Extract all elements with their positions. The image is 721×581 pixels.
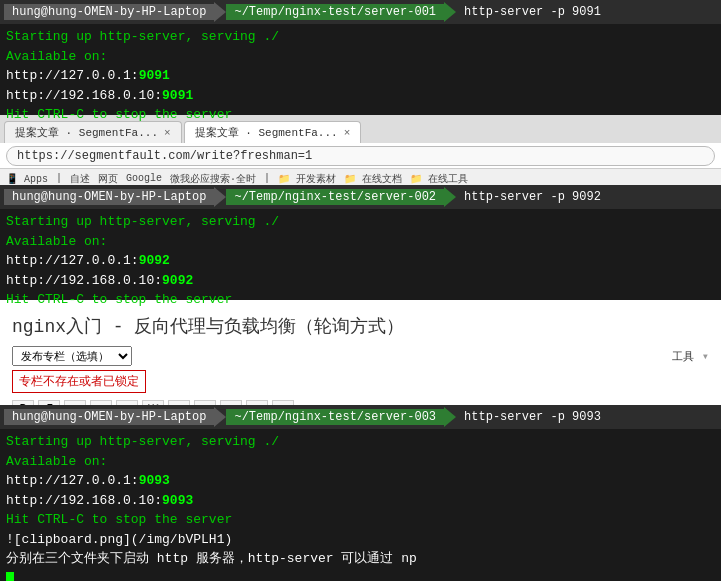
browser-2: nginx入门 - 反向代理与负载均衡（轮询方式） 发布专栏（选填） 工具 ▾ … (0, 300, 721, 410)
terminal-3-cursor-line (0, 572, 721, 582)
tab-1-close-icon[interactable]: × (164, 127, 171, 139)
terminal-2-line-1: Starting up http-server, serving ./ (6, 212, 715, 232)
terminal-3-line-4: http://192.168.0.10:9093 (6, 491, 715, 511)
terminal-1-path: ~/Temp/nginx-test/server-001 (226, 4, 444, 20)
terminal-2-body: Starting up http-server, serving ./ Avai… (0, 209, 721, 313)
terminal-2: hung@hung-OMEN-by-HP-Laptop ~/Temp/nginx… (0, 185, 721, 313)
terminal-2-titlebar: hung@hung-OMEN-by-HP-Laptop ~/Temp/nginx… (0, 185, 721, 209)
arrow-icon-3a (214, 407, 226, 427)
tab-2-close-icon[interactable]: × (344, 127, 351, 139)
clipboard-text: ![clipboard.png](/img/bVPLH1) (6, 532, 232, 547)
bookmark-3[interactable]: 网页 (98, 172, 118, 186)
bookmark-sep2: | (264, 173, 270, 184)
arrow-icon-3b (444, 407, 456, 427)
error-container: 专栏不存在或者已锁定 (12, 370, 709, 393)
terminal-1-line-2: Available on: (6, 47, 715, 67)
terminal-1-line-1: Starting up http-server, serving ./ (6, 27, 715, 47)
editor-toolbar-row: 发布专栏（选填） 工具 ▾ (12, 346, 709, 366)
terminal-2-line-2: Available on: (6, 232, 715, 252)
bookmark-6[interactable]: 📁 开发素材 (278, 172, 336, 186)
terminal-1-hostname: hung@hung-OMEN-by-HP-Laptop (4, 4, 214, 20)
terminal-3-body: Starting up http-server, serving ./ Avai… (0, 429, 721, 572)
terminal-1: hung@hung-OMEN-by-HP-Laptop ~/Temp/nginx… (0, 0, 721, 128)
terminal-2-path: ~/Temp/nginx-test/server-002 (226, 189, 444, 205)
tools-dropdown-icon[interactable]: ▾ (702, 349, 709, 364)
footer-text: 分别在三个文件夹下启动 http 服务器，http-server 可以通过 np (6, 551, 417, 566)
terminal-3-line-2: Available on: (6, 452, 715, 472)
terminal-3-footer-line: 分别在三个文件夹下启动 http 服务器，http-server 可以通过 np (6, 549, 715, 569)
terminal-3-command: http-server -p 9093 (456, 409, 717, 425)
arrow-icon-1b (444, 2, 456, 22)
terminal-2-hostname: hung@hung-OMEN-by-HP-Laptop (4, 189, 214, 205)
browser-1-addressbar: https://segmentfault.com/write?freshman=… (0, 143, 721, 169)
terminal-1-titlebar: hung@hung-OMEN-by-HP-Laptop ~/Temp/nginx… (0, 0, 721, 24)
bookmark-apps[interactable]: 📱 Apps (6, 173, 48, 185)
browser-1-url[interactable]: https://segmentfault.com/write?freshman=… (6, 146, 715, 166)
terminal-3-line-5: Hit CTRL-C to stop the server (6, 510, 715, 530)
bookmark-2[interactable]: 自述 (70, 172, 90, 186)
terminal-3-line-3: http://127.0.0.1:9093 (6, 471, 715, 491)
terminal-2-line-5: Hit CTRL-C to stop the server (6, 290, 715, 310)
tools-label: 工具 (672, 349, 694, 364)
terminal-2-command: http-server -p 9092 (456, 189, 717, 205)
terminal-3-titlebar: hung@hung-OMEN-by-HP-Laptop ~/Temp/nginx… (0, 405, 721, 429)
bookmark-8[interactable]: 📁 在线工具 (410, 172, 468, 186)
terminal-3-path: ~/Temp/nginx-test/server-003 (226, 409, 444, 425)
terminal-3-content-line: ![clipboard.png](/img/bVPLH1) (6, 530, 715, 550)
terminal-1-line-3: http://127.0.0.1:9091 (6, 66, 715, 86)
cursor-icon (6, 572, 14, 581)
terminal-2-line-3: http://127.0.0.1:9092 (6, 251, 715, 271)
browser-2-content: nginx入门 - 反向代理与负载均衡（轮询方式） 发布专栏（选填） 工具 ▾ … (0, 300, 721, 410)
arrow-icon-2a (214, 187, 226, 207)
error-message: 专栏不存在或者已锁定 (12, 370, 146, 393)
terminal-2-line-4: http://192.168.0.10:9092 (6, 271, 715, 291)
arrow-icon-2b (444, 187, 456, 207)
article-title: nginx入门 - 反向代理与负载均衡（轮询方式） (12, 314, 709, 338)
bookmark-7[interactable]: 📁 在线文档 (344, 172, 402, 186)
terminal-1-line-5: Hit CTRL-C to stop the server (6, 105, 715, 125)
terminal-1-command: http-server -p 9091 (456, 4, 717, 20)
terminal-1-body: Starting up http-server, serving ./ Avai… (0, 24, 721, 128)
bookmark-4[interactable]: Google (126, 173, 162, 184)
terminal-3-line-1: Starting up http-server, serving ./ (6, 432, 715, 452)
terminal-1-line-4: http://192.168.0.10:9091 (6, 86, 715, 106)
bookmark-5[interactable]: 微我必应搜索·全时 (170, 172, 256, 186)
publish-section-select[interactable]: 发布专栏（选填） (12, 346, 132, 366)
arrow-icon-1a (214, 2, 226, 22)
terminal-3: hung@hung-OMEN-by-HP-Laptop ~/Temp/nginx… (0, 405, 721, 581)
terminal-3-hostname: hung@hung-OMEN-by-HP-Laptop (4, 409, 214, 425)
bookmark-sep1: | (56, 173, 62, 184)
